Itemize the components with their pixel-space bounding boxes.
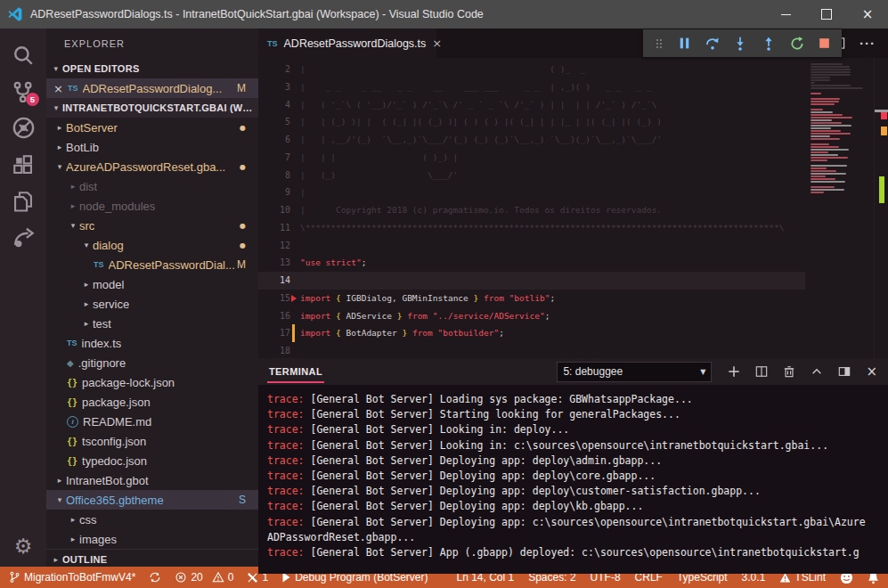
tree-item[interactable]: ▸node_modules [46,196,258,216]
minimap-stripe [811,133,851,135]
kill-terminal-icon[interactable] [783,365,795,378]
terminal-line: trace: [General Bot Server] Deploying ap… [267,453,869,469]
tree-item[interactable]: iREADME.md [46,412,258,431]
chevron-down-icon: ▼ [700,368,705,376]
close-icon[interactable]: × [53,82,68,95]
tree-item[interactable]: {}package-lock.json [46,372,258,392]
tree-item[interactable]: TSADResetPasswordDial...M [46,255,258,274]
tree-item[interactable]: ▾src● [46,216,258,235]
terminal-tab[interactable]: TERMINAL [267,361,324,383]
problems-item[interactable]: 20 0 [175,571,233,584]
tree-item[interactable]: ▸BotServer● [46,118,258,137]
close-panel-icon[interactable]: × [866,365,877,379]
restart-button[interactable] [789,36,805,52]
line-number: 11 [258,219,290,237]
code-line: 8| (_) \___/' [258,167,805,184]
overview-warning-marker [881,127,887,135]
section-header[interactable]: ▾OPEN EDITORS [46,59,258,78]
chevron-expanded-icon: ▾ [53,495,66,504]
step-into-button[interactable] [732,36,748,52]
minimap[interactable] [805,58,874,358]
minimap-stripe [811,154,838,156]
tree-item[interactable]: {}package.json [46,392,258,412]
code-editor[interactable]: 2| ( )_ _3| _ _ _ __ _ _ __ ___ ___ _ _ … [258,58,888,358]
stop-button[interactable] [817,36,832,51]
minimap-stripe [811,146,839,148]
search-icon[interactable] [0,37,46,73]
ts-file-icon: TS [68,84,78,93]
code-line: 16import { ADService } from "../service/… [258,307,805,325]
line-number: 17 [258,324,290,342]
debug-icon[interactable] [0,110,46,146]
tab-close-icon[interactable]: × [432,37,442,50]
minimap-stripe [811,186,835,188]
chevron-collapsed-icon: ▸ [53,476,66,485]
minimize-button[interactable] [765,0,806,29]
tree-item[interactable]: ▸dist [46,176,258,196]
tree-item[interactable]: ▾dialog● [46,235,258,255]
terminal-line: trace: [General Bot Server] Deploying ap… [267,484,869,499]
line-number: 5 [258,113,290,131]
tree-item[interactable]: ▾Office365.gbthemeS [46,490,258,510]
line-number: 15 [258,290,290,307]
chevron-expanded-icon: ▾ [53,162,66,171]
readme-info-icon: i [67,416,78,428]
line-number: 10 [258,201,290,219]
terminal-line: trace: [General Bot Server] Looking in: … [267,422,869,437]
json-braces-icon: {} [67,456,77,466]
tree-item[interactable]: TSindex.ts [46,333,258,353]
settings-gear-icon[interactable]: ⚙ [14,535,33,558]
files-icon[interactable] [0,183,46,219]
chevron-expanded-icon: ▾ [80,241,93,249]
extensions-icon[interactable] [0,146,46,183]
tree-item[interactable]: ▸model [46,274,258,294]
tab-adresetpassworddialogs[interactable]: TS ADResetPasswordDialogs.ts × [258,29,436,58]
modified-dot: ● [240,124,246,132]
new-terminal-icon[interactable] [728,365,740,378]
minimap-stripe [811,170,836,172]
terminal-dropdown[interactable]: 5: debuggee ▼ [557,362,712,382]
code-line: 15import { IGBDialog, GBMinInstance } fr… [258,290,805,307]
minimap-stripe [811,189,844,191]
split-terminal-icon[interactable] [755,365,768,378]
toolbar-drag-grip[interactable] [653,37,665,51]
terminal-line: trace: [General Bot Server] Loading sys … [267,392,869,407]
line-number: 8 [258,167,290,184]
tree-item[interactable]: ▸images [46,529,258,549]
step-over-button[interactable] [705,36,721,52]
step-out-button[interactable] [761,36,777,52]
chevron-expanded-icon: ▾ [50,64,62,73]
minimap-stripe [811,151,828,153]
close-window-button[interactable]: × [847,0,888,29]
minimap-stripe [811,63,843,65]
deploy-icon[interactable] [0,219,46,256]
source-control-icon[interactable]: 5 [0,73,46,110]
section-header[interactable]: ▸OUTLINE [46,549,258,567]
tree-item[interactable]: {}typedoc.json [46,451,258,470]
tree-item[interactable]: ▸IntranetBot.gbot [46,470,258,490]
tree-item[interactable]: ▾AzureADPasswordReset.gba...● [46,157,258,176]
tree-item[interactable]: ◆.gitignore [46,353,258,372]
maximize-button[interactable] [806,0,847,29]
open-editor-item[interactable]: ×TSADResetPasswordDialog...M [46,78,258,98]
tree-item[interactable]: ▸BotLib [46,137,258,157]
minimap-stripe [811,138,840,140]
minimap-stripe [811,117,852,118]
terminal-line: trace: [General Bot Server] Starting loo… [267,407,869,422]
workspace-header[interactable]: ▾INTRANETBOTQUICKSTART.GBAI (WO... [46,98,258,118]
terminal-output[interactable]: trace: [General Bot Server] Loading sys … [258,385,888,574]
sync-button[interactable] [149,571,161,584]
code-line: 11\*************************************… [258,219,805,237]
git-branch-item[interactable]: MigrationToBotFmwV4* [9,571,135,584]
move-panel-icon[interactable] [838,365,851,378]
maximize-panel-icon[interactable] [811,365,823,378]
git-file-icon: ◆ [67,358,74,368]
tree-item[interactable]: {}tsconfig.json [46,431,258,451]
vscode-logo [7,6,23,22]
tree-item[interactable]: ▸test [46,314,258,333]
overview-ruler[interactable] [874,58,888,358]
pause-button[interactable] [677,36,692,51]
tree-item[interactable]: ▸css [46,510,258,529]
tree-item[interactable]: ▸service [46,294,258,314]
terminal-dropdown-value: 5: debuggee [563,365,623,378]
